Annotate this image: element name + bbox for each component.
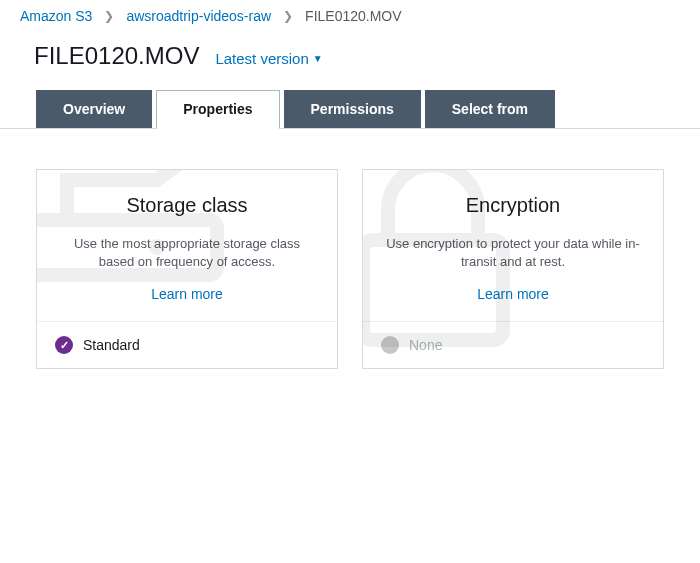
properties-cards: Storage class Use the most appropriate s… [0, 129, 700, 409]
page-title: FILE0120.MOV [34, 42, 199, 70]
storage-class-value: Standard [83, 337, 140, 353]
storage-class-card[interactable]: Storage class Use the most appropriate s… [36, 169, 338, 369]
storage-bg-icon [36, 169, 227, 330]
breadcrumb-bucket[interactable]: awsroadtrip-videos-raw [126, 8, 271, 24]
encryption-card[interactable]: Encryption Use encryption to protect you… [362, 169, 664, 369]
tab-overview[interactable]: Overview [36, 90, 152, 128]
breadcrumb-file: FILE0120.MOV [305, 8, 402, 24]
svg-rect-0 [36, 220, 217, 275]
breadcrumb-root[interactable]: Amazon S3 [20, 8, 92, 24]
chevron-right-icon: ❯ [104, 9, 114, 23]
tab-properties[interactable]: Properties [156, 90, 279, 129]
breadcrumb: Amazon S3 ❯ awsroadtrip-videos-raw ❯ FIL… [0, 0, 700, 32]
caret-down-icon: ▼ [313, 53, 323, 64]
tab-permissions[interactable]: Permissions [284, 90, 421, 128]
version-dropdown[interactable]: Latest version ▼ [215, 50, 322, 67]
lock-bg-icon [362, 169, 533, 350]
svg-point-1 [149, 239, 165, 255]
tab-select-from[interactable]: Select from [425, 90, 555, 128]
svg-rect-2 [363, 240, 503, 340]
chevron-right-icon: ❯ [283, 9, 293, 23]
check-circle-icon [55, 336, 73, 354]
version-label: Latest version [215, 50, 308, 67]
tabs: Overview Properties Permissions Select f… [0, 90, 700, 129]
page-header: FILE0120.MOV Latest version ▼ [0, 32, 700, 90]
